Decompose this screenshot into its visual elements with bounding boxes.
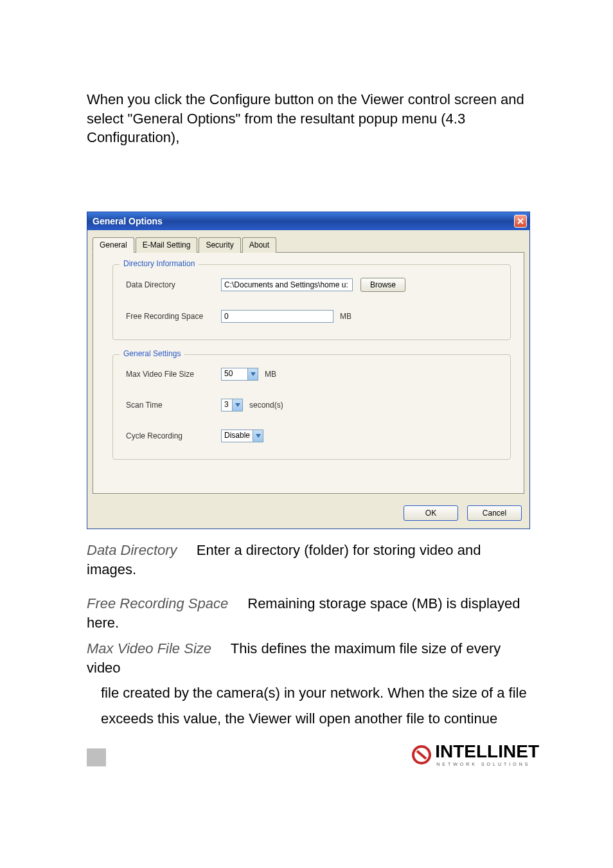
group-title-settings: General Settings bbox=[120, 349, 184, 358]
input-data-directory[interactable] bbox=[221, 278, 353, 291]
combo-scan-time[interactable]: 3 bbox=[221, 399, 243, 411]
logo-sub-text: NETWORK SOLUTIONS bbox=[436, 762, 530, 766]
label-free-space: Free Recording Space bbox=[126, 312, 221, 321]
label-data-directory: Data Directory bbox=[126, 280, 221, 289]
logo-icon bbox=[411, 745, 432, 764]
logo-main-text: INTELLINET bbox=[435, 743, 539, 761]
chevron-down-icon bbox=[232, 399, 242, 411]
group-general-settings: General Settings Max Video File Size 50 … bbox=[112, 354, 511, 460]
combo-cycle-recording[interactable]: Disable bbox=[221, 429, 263, 442]
def-max-video-file-size: Max Video File Size This defines the max… bbox=[87, 639, 533, 677]
group-directory-info: Directory Information Data Directory Bro… bbox=[112, 264, 511, 340]
row-free-space: Free Recording Space MB bbox=[126, 310, 500, 323]
unit-mb-max: MB bbox=[265, 370, 276, 379]
row-max-file-size: Max Video File Size 50 MB bbox=[126, 368, 500, 381]
intro-paragraph: When you click the Configure button on t… bbox=[87, 90, 533, 147]
group-title-directory: Directory Information bbox=[120, 259, 199, 268]
dialog-footer: OK Cancel bbox=[87, 499, 529, 529]
browse-button[interactable]: Browse bbox=[360, 278, 405, 292]
combo-val-scan: 3 bbox=[222, 399, 232, 411]
row-data-directory: Data Directory Browse bbox=[126, 278, 500, 292]
tab-email[interactable]: E-Mail Setting bbox=[136, 237, 198, 253]
def-free-recording-space: Free Recording Space Remaining storage s… bbox=[87, 594, 533, 632]
desc-mvfs-3: exceeds this value, the Viewer will open… bbox=[87, 709, 533, 728]
close-icon bbox=[517, 217, 524, 225]
definitions: Data Directory Enter a directory (folder… bbox=[87, 541, 533, 728]
dialog-title: General Options bbox=[93, 216, 163, 226]
def-data-directory: Data Directory Enter a directory (folder… bbox=[87, 541, 533, 579]
tab-about[interactable]: About bbox=[242, 237, 276, 253]
tab-security[interactable]: Security bbox=[199, 237, 240, 253]
tab-container: General E-Mail Setting Security About Di… bbox=[87, 230, 529, 499]
combo-val-cycle: Disable bbox=[222, 430, 253, 442]
label-max-file-size: Max Video File Size bbox=[126, 370, 221, 379]
ok-button[interactable]: OK bbox=[404, 505, 458, 521]
tabs: General E-Mail Setting Security About bbox=[93, 237, 524, 253]
row-scan-time: Scan Time 3 second(s) bbox=[126, 399, 500, 411]
logo: INTELLINET NETWORK SOLUTIONS bbox=[411, 743, 539, 766]
close-button[interactable] bbox=[514, 215, 527, 228]
general-options-dialog: General Options General E-Mail Setting S… bbox=[87, 212, 530, 529]
combo-val-max: 50 bbox=[222, 368, 247, 380]
cancel-button[interactable]: Cancel bbox=[467, 505, 522, 521]
chevron-down-icon bbox=[247, 368, 258, 380]
term-mvfs: Max Video File Size bbox=[87, 640, 211, 656]
term-frs: Free Recording Space bbox=[87, 595, 228, 611]
tab-general[interactable]: General bbox=[93, 237, 134, 253]
label-scan-time: Scan Time bbox=[126, 401, 221, 410]
combo-max-file-size[interactable]: 50 bbox=[221, 368, 258, 381]
tab-panel-general: Directory Information Data Directory Bro… bbox=[93, 253, 524, 494]
label-cycle-recording: Cycle Recording bbox=[126, 431, 221, 440]
chevron-down-icon bbox=[253, 430, 263, 442]
row-cycle-recording: Cycle Recording Disable bbox=[126, 429, 500, 442]
desc-mvfs-2: file created by the camera(s) in your ne… bbox=[87, 683, 533, 703]
unit-mb-free: MB bbox=[340, 312, 351, 321]
page-mark bbox=[87, 748, 106, 766]
titlebar: General Options bbox=[87, 212, 529, 230]
term-data-directory: Data Directory bbox=[87, 542, 177, 558]
unit-seconds: second(s) bbox=[249, 401, 283, 410]
input-free-space[interactable] bbox=[221, 310, 333, 323]
